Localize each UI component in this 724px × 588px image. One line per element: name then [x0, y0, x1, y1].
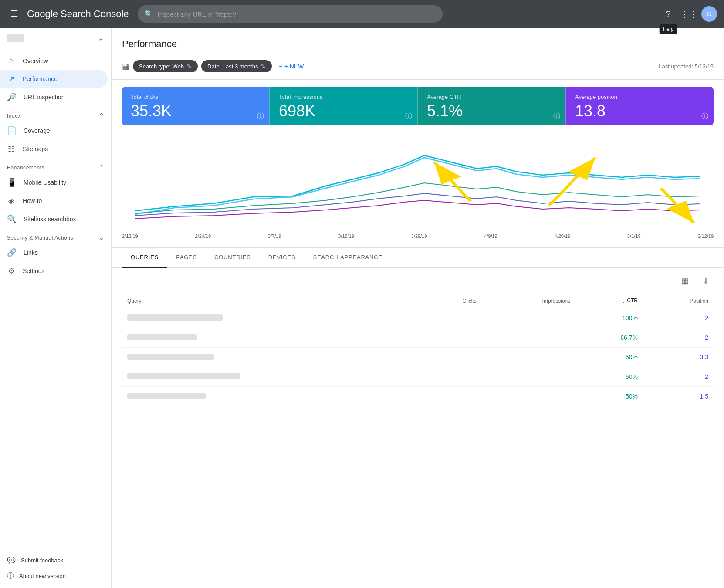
- sidebar-item-links[interactable]: 🔗 Links: [0, 243, 108, 262]
- date-filter[interactable]: Date: Last 3 months ✎: [201, 60, 272, 72]
- impressions-cell: [482, 367, 575, 387]
- sidebar-item-overview[interactable]: ⌂ Overview: [0, 52, 108, 70]
- sidebar-section-index: Index ⌃: [0, 106, 111, 122]
- sidebar-account[interactable]: ⌄: [0, 28, 111, 48]
- table-row[interactable]: 50% 3.3: [122, 348, 714, 367]
- tabs: QUERIES PAGES COUNTRIES DEVICES SEARCH A…: [122, 248, 714, 267]
- apps-button[interactable]: ⋮⋮: [680, 5, 698, 23]
- sidebar-item-how-to[interactable]: ◈ How-to: [0, 192, 108, 210]
- sidebar-item-settings[interactable]: ⚙ Settings: [0, 262, 108, 280]
- position-help-icon[interactable]: ⓘ: [701, 112, 708, 121]
- sidebar-item-sitelinks-searchbox[interactable]: 🔍 Sitelinks searchbox: [0, 210, 108, 228]
- sidebar-item-url-inspection[interactable]: 🔎 URL inspection: [0, 88, 108, 106]
- date-label-5: 4/9/19: [484, 233, 497, 239]
- clicks-cell: [423, 367, 482, 387]
- links-icon: 🔗: [7, 248, 17, 257]
- sidebar-item-performance[interactable]: ↗ Performance: [0, 70, 108, 88]
- tab-countries[interactable]: COUNTRIES: [206, 248, 260, 268]
- sidebar-item-coverage[interactable]: 📄 Coverage: [0, 122, 108, 140]
- sidebar-label-mobile-usability: Mobile Usability: [24, 179, 66, 186]
- sidebar-item-mobile-usability[interactable]: 📱 Mobile Usability: [0, 173, 108, 192]
- sidebar-label-how-to: How-to: [23, 197, 42, 204]
- ctr-cell: 50%: [575, 348, 643, 367]
- search-input[interactable]: [158, 10, 436, 18]
- download-button[interactable]: ⇓: [698, 273, 714, 289]
- tab-devices[interactable]: DEVICES: [260, 248, 304, 268]
- position-cell: 1.5: [643, 387, 714, 406]
- col-header-impressions: Impressions: [482, 294, 575, 308]
- impressions-label: Total impressions: [279, 94, 409, 100]
- add-filter-button[interactable]: + + NEW: [275, 60, 307, 72]
- tab-pages[interactable]: PAGES: [167, 248, 206, 268]
- position-label: Average position: [575, 94, 705, 100]
- table-toolbar: ▦ ⇓: [122, 268, 714, 294]
- coverage-icon: 📄: [7, 126, 17, 135]
- position-value: 13.8: [575, 102, 705, 120]
- table-row[interactable]: 66.7% 2: [122, 328, 714, 348]
- howto-icon: ◈: [7, 196, 16, 206]
- account-icon: [7, 34, 24, 42]
- metric-card-ctr[interactable]: Average CTR 5.1% ⓘ: [417, 87, 565, 125]
- impressions-value: 698K: [279, 102, 409, 120]
- date-labels: 2/13/19 2/24/19 3/7/19 3/18/19 3/29/19 4…: [122, 232, 714, 240]
- page-title: Performance: [122, 38, 714, 50]
- sidebar-item-sitemaps[interactable]: ☷ Sitemaps: [0, 140, 108, 158]
- query-cell: [122, 308, 423, 328]
- help-button[interactable]: ? Help: [660, 5, 677, 23]
- filter-icon[interactable]: ▦: [122, 61, 129, 71]
- plus-icon: +: [279, 63, 282, 70]
- sidebar: ⌄ ⌂ Overview ↗ Performance 🔎 URL inspect…: [0, 28, 112, 588]
- index-chevron-icon[interactable]: ⌃: [98, 112, 105, 120]
- info-icon: ⓘ: [7, 571, 14, 581]
- table-row[interactable]: 50% 2: [122, 367, 714, 387]
- sidebar-label-sitemaps: Sitemaps: [23, 145, 48, 152]
- impressions-help-icon[interactable]: ⓘ: [405, 112, 412, 121]
- date-edit-icon: ✎: [261, 63, 266, 70]
- ctr-value: 5.1%: [427, 102, 557, 120]
- filter-rows-button[interactable]: ▦: [677, 273, 693, 289]
- clicks-cell: [423, 348, 482, 367]
- query-cell: [122, 328, 423, 348]
- tab-queries[interactable]: QUERIES: [122, 248, 167, 268]
- ctr-help-icon[interactable]: ⓘ: [553, 112, 560, 121]
- position-cell: 3.3: [643, 348, 714, 367]
- metric-card-clicks[interactable]: Total clicks 35.3K ⓘ: [122, 87, 269, 125]
- security-chevron-icon[interactable]: ⌄: [98, 233, 105, 242]
- date-label-0: 2/13/19: [122, 233, 138, 239]
- enhancements-section-label: Enhancements: [7, 165, 44, 171]
- table-row[interactable]: 50% 1.5: [122, 387, 714, 406]
- account-chevron-icon: ⌄: [98, 33, 104, 43]
- footer-item-about-new-version[interactable]: ⓘ About new version: [0, 568, 111, 584]
- page-header: Performance: [112, 28, 724, 57]
- col-header-ctr[interactable]: ↓ CTR: [575, 294, 643, 308]
- avatar[interactable]: G: [701, 6, 717, 22]
- col-header-clicks: Clicks: [423, 294, 482, 308]
- sidebar-label-overview: Overview: [23, 57, 48, 64]
- clicks-label: Total clicks: [131, 94, 261, 100]
- app-title: Google Search Console: [27, 8, 129, 20]
- footer-item-submit-feedback[interactable]: 💬 Submit feedback: [0, 553, 111, 568]
- filters-bar: ▦ Search type: Web ✎ Date: Last 3 months…: [112, 57, 724, 80]
- enhancements-chevron-icon[interactable]: ⌃: [98, 163, 105, 172]
- footer-label-about-new-version: About new version: [19, 573, 66, 579]
- sidebar-label-sitelinks: Sitelinks searchbox: [24, 216, 76, 223]
- query-cell: [122, 367, 423, 387]
- mobile-icon: 📱: [7, 178, 17, 187]
- sidebar-label-settings: Settings: [23, 267, 45, 274]
- clicks-cell: [423, 328, 482, 348]
- search-type-filter[interactable]: Search type: Web ✎: [133, 60, 198, 72]
- metric-card-impressions[interactable]: Total impressions 698K ⓘ: [269, 87, 417, 125]
- ctr-label: Average CTR: [427, 94, 557, 100]
- hamburger-icon[interactable]: ☰: [7, 5, 22, 23]
- footer-label-submit-feedback: Submit feedback: [21, 557, 63, 564]
- clicks-help-icon[interactable]: ⓘ: [257, 112, 264, 121]
- sitelinks-icon: 🔍: [7, 214, 17, 224]
- query-cell: [122, 348, 423, 367]
- metric-card-position[interactable]: Average position 13.8 ⓘ: [565, 87, 714, 125]
- search-type-label: Search type: Web: [139, 63, 184, 70]
- top-nav: ☰ Google Search Console 🔍 ? Help ⋮⋮ G: [0, 0, 724, 28]
- tab-search-appearance[interactable]: SEARCH APPEARANCE: [304, 248, 391, 268]
- table-row[interactable]: 100% 2: [122, 308, 714, 328]
- footer-item-go-to-old-version[interactable]: ⟲ Go to the old version: [0, 584, 111, 588]
- performance-chart: [122, 136, 714, 232]
